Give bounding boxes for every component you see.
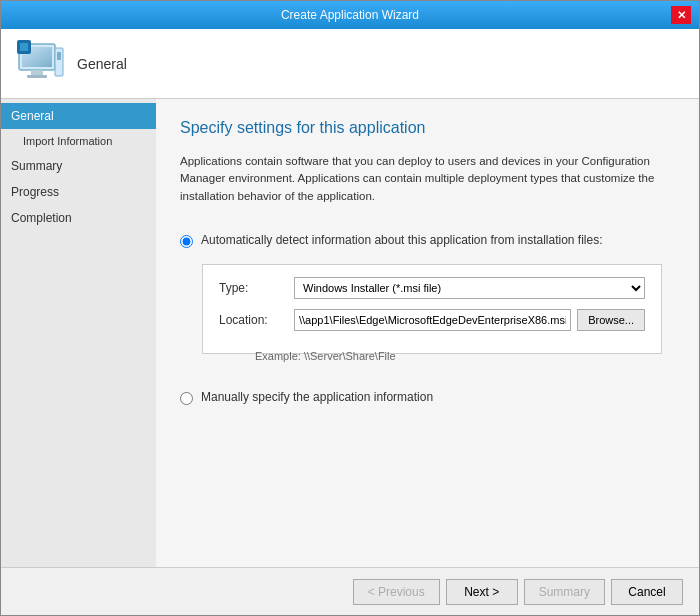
manual-radio-option: Manually specify the application informa… — [180, 390, 675, 405]
sidebar-item-general[interactable]: General — [1, 103, 156, 129]
manual-section: Manually specify the application informa… — [180, 390, 675, 405]
header-icon — [17, 40, 65, 88]
sidebar-item-summary[interactable]: Summary — [1, 153, 156, 179]
content-area: Specify settings for this application Ap… — [156, 99, 699, 567]
sidebar-item-import-information[interactable]: Import Information — [1, 129, 156, 153]
cancel-button[interactable]: Cancel — [611, 579, 683, 605]
example-text: Example: \\Server\Share\File — [255, 350, 675, 362]
location-label: Location: — [219, 313, 294, 327]
summary-button[interactable]: Summary — [524, 579, 605, 605]
close-button[interactable]: ✕ — [671, 6, 691, 24]
header-title: General — [77, 56, 127, 72]
svg-rect-3 — [31, 70, 43, 75]
auto-detect-form: Type: Windows Installer (*.msi file) Scr… — [202, 264, 662, 354]
browse-button[interactable]: Browse... — [577, 309, 645, 331]
sidebar: General Import Information Summary Progr… — [1, 99, 156, 567]
description-text: Applications contain software that you c… — [180, 153, 675, 205]
manual-radio[interactable] — [180, 392, 193, 405]
location-row: Location: Browse... — [219, 309, 645, 331]
auto-detect-radio[interactable] — [180, 235, 193, 248]
auto-detect-section: Automatically detect information about t… — [180, 233, 675, 362]
type-select[interactable]: Windows Installer (*.msi file) Script In… — [294, 277, 645, 299]
page-title: Specify settings for this application — [180, 119, 675, 137]
svg-rect-4 — [27, 75, 47, 78]
svg-rect-8 — [20, 43, 28, 51]
type-row: Type: Windows Installer (*.msi file) Scr… — [219, 277, 645, 299]
manual-label: Manually specify the application informa… — [201, 390, 433, 404]
window-title: Create Application Wizard — [29, 8, 671, 22]
footer: < Previous Next > Summary Cancel — [1, 567, 699, 615]
location-input[interactable] — [294, 309, 571, 331]
sidebar-item-completion[interactable]: Completion — [1, 205, 156, 231]
application-wizard-window: Create Application Wizard ✕ General — [0, 0, 700, 616]
main-content: General Import Information Summary Progr… — [1, 99, 699, 567]
type-label: Type: — [219, 281, 294, 295]
auto-detect-radio-option: Automatically detect information about t… — [180, 233, 675, 248]
title-bar: Create Application Wizard ✕ — [1, 1, 699, 29]
sidebar-item-progress[interactable]: Progress — [1, 179, 156, 205]
previous-button[interactable]: < Previous — [353, 579, 440, 605]
wizard-header: General — [1, 29, 699, 99]
auto-detect-label: Automatically detect information about t… — [201, 233, 603, 247]
next-button[interactable]: Next > — [446, 579, 518, 605]
svg-rect-6 — [57, 52, 61, 60]
